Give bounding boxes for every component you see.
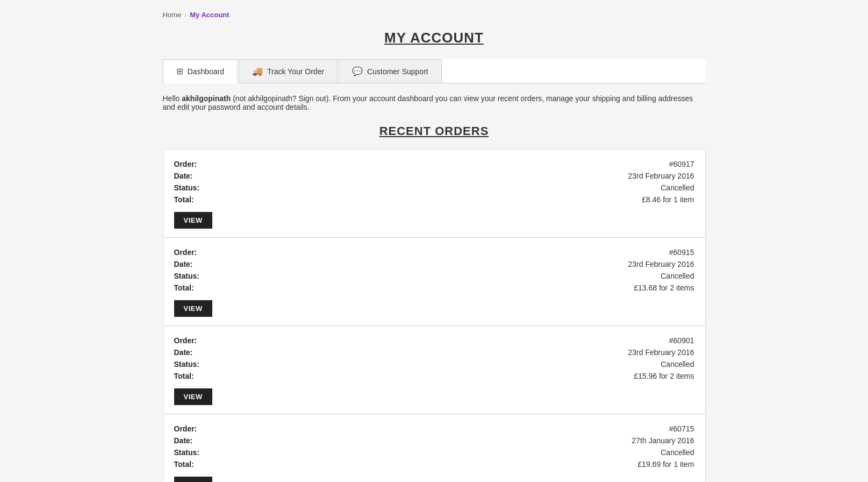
order-row-date: Date: 23rd February 2016	[174, 258, 694, 270]
order-row-date: Date: 23rd February 2016	[174, 346, 694, 358]
order-row-total: Total: £19.69 for 1 item	[174, 458, 694, 470]
order-value: #60901	[669, 336, 694, 345]
total-label: Total:	[174, 283, 194, 292]
tab-track-order[interactable]: 🚚 Track Your Order	[239, 59, 338, 83]
order-label: Order:	[174, 336, 197, 345]
order-label: Order:	[174, 424, 197, 433]
status-value: Cancelled	[661, 183, 694, 192]
date-label: Date:	[174, 172, 193, 180]
status-label: Status:	[174, 360, 199, 368]
welcome-not-prefix: (not akhilgopinath?	[231, 94, 298, 103]
status-label: Status:	[174, 448, 199, 457]
breadcrumb-separator: ›	[184, 11, 186, 19]
order-row-status: Status: Cancelled	[174, 446, 694, 458]
tab-customer-support[interactable]: 💬 Customer Support	[339, 59, 442, 83]
order-label: Order:	[174, 160, 197, 168]
date-value: 23rd February 2016	[628, 348, 694, 357]
date-value: 27th January 2016	[632, 436, 694, 445]
signout-link[interactable]: Sign out	[298, 94, 326, 103]
orders-container: Order: #60917 Date: 23rd February 2016 S…	[163, 149, 706, 482]
order-block: Order: #60715 Date: 27th January 2016 St…	[163, 414, 705, 482]
date-label: Date:	[174, 348, 193, 357]
view-order-button[interactable]: VIEW	[174, 477, 212, 482]
tabs-container: ⊞ Dashboard 🚚 Track Your Order 💬 Custome…	[163, 59, 706, 83]
order-label: Order:	[174, 248, 197, 257]
view-order-button[interactable]: VIEW	[174, 388, 212, 405]
breadcrumb-home[interactable]: Home	[163, 11, 182, 19]
breadcrumb: Home › My Account	[163, 5, 706, 30]
breadcrumb-current: My Account	[190, 11, 229, 19]
order-value: #60715	[669, 424, 694, 433]
date-value: 23rd February 2016	[628, 260, 694, 268]
tab-track-order-label: Track Your Order	[267, 67, 324, 76]
view-order-button[interactable]: VIEW	[174, 300, 212, 317]
order-block: Order: #60917 Date: 23rd February 2016 S…	[163, 150, 705, 238]
order-row-status: Status: Cancelled	[174, 270, 694, 282]
page-wrapper: Home › My Account MY ACCOUNT ⊞ Dashboard…	[152, 0, 716, 482]
order-row-number: Order: #60715	[174, 423, 694, 435]
total-value: £13.68 for 2 items	[634, 283, 694, 292]
dashboard-icon: ⊞	[176, 66, 183, 76]
order-block: Order: #60901 Date: 23rd February 2016 S…	[163, 326, 705, 414]
total-label: Total:	[174, 460, 194, 469]
status-value: Cancelled	[661, 360, 694, 368]
welcome-username: akhilgopinath	[182, 94, 231, 103]
status-value: Cancelled	[661, 448, 694, 457]
tab-dashboard[interactable]: ⊞ Dashboard	[163, 59, 238, 83]
order-row-date: Date: 23rd February 2016	[174, 170, 694, 182]
order-row-number: Order: #60917	[174, 158, 694, 170]
status-label: Status:	[174, 183, 199, 192]
total-value: £19.69 for 1 item	[637, 460, 694, 469]
welcome-message: Hello akhilgopinath (not akhilgopinath? …	[163, 94, 706, 111]
support-icon: 💬	[352, 66, 363, 76]
page-title: MY ACCOUNT	[163, 30, 706, 46]
welcome-prefix: Hello	[163, 94, 182, 103]
order-row-date: Date: 27th January 2016	[174, 435, 694, 446]
view-order-button[interactable]: VIEW	[174, 212, 212, 229]
total-value: £8.46 for 1 item	[642, 195, 694, 204]
order-value: #60917	[669, 160, 694, 168]
date-label: Date:	[174, 260, 193, 268]
order-block: Order: #60915 Date: 23rd February 2016 S…	[163, 238, 705, 326]
status-value: Cancelled	[661, 272, 694, 280]
recent-orders-title: RECENT ORDERS	[163, 124, 706, 138]
tab-customer-support-label: Customer Support	[367, 67, 428, 76]
track-icon: 🚚	[252, 66, 263, 76]
total-value: £15.96 for 2 items	[634, 372, 694, 380]
date-label: Date:	[174, 436, 193, 445]
order-value: #60915	[669, 248, 694, 257]
order-row-number: Order: #60915	[174, 246, 694, 258]
order-row-status: Status: Cancelled	[174, 182, 694, 194]
order-row-total: Total: £15.96 for 2 items	[174, 370, 694, 382]
order-row-total: Total: £13.68 for 2 items	[174, 282, 694, 294]
order-row-total: Total: £8.46 for 1 item	[174, 194, 694, 205]
total-label: Total:	[174, 372, 194, 380]
tab-dashboard-label: Dashboard	[188, 67, 225, 76]
date-value: 23rd February 2016	[628, 172, 694, 180]
status-label: Status:	[174, 272, 199, 280]
order-row-number: Order: #60901	[174, 335, 694, 346]
total-label: Total:	[174, 195, 194, 204]
order-row-status: Status: Cancelled	[174, 358, 694, 370]
